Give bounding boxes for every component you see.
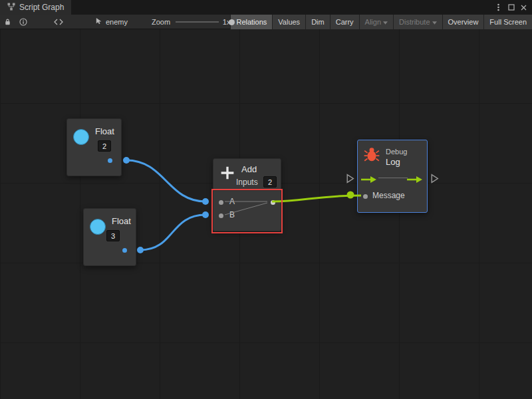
close-icon[interactable] [518,1,529,13]
relations-button[interactable]: Relations [230,15,272,29]
flow-arrow-out-icon[interactable] [407,174,423,186]
flow-output-port-triangle[interactable] [430,174,439,186]
window-controls [493,0,532,15]
flow-input-port-triangle[interactable] [346,174,354,186]
inputs-count-field[interactable]: 2 [263,176,277,188]
dim-button[interactable]: Dim [305,15,330,29]
input-port-a-label: A [229,197,235,206]
float-icon [73,129,89,145]
distribute-button[interactable]: Distribute [393,15,442,29]
full-screen-button[interactable]: Full Screen [483,15,532,29]
titlebar-spacer [71,0,493,15]
node-category: Debug [386,148,407,156]
graph-pointer-icon [95,17,102,26]
full-screen-button-label: Full Screen [489,18,527,26]
flow-relation-line [378,178,408,178]
toolbar-buttons: Relations Values Dim Carry Align Distrib… [230,15,532,29]
align-button[interactable]: Align [359,15,393,29]
graph-breadcrumb[interactable]: enemy [95,17,128,26]
graph-canvas[interactable]: Float 2 Float 3 Add Inputs 2 A B [0,29,532,399]
dropdown-arrow-icon [383,18,388,26]
input-port-message-dot[interactable] [363,194,368,199]
info-icon[interactable] [15,15,31,29]
float-value-field[interactable]: 2 [98,140,111,152]
tab-title: Script Graph [19,3,64,12]
graph-icon [7,3,15,13]
zoom-label: Zoom [152,18,170,26]
node-title: Add [241,164,257,174]
wire-add-to-log[interactable] [272,196,361,201]
dropdown-arrow-icon [432,18,437,26]
node-debug-log[interactable]: Debug Log Message [357,140,428,213]
align-button-label: Align [365,18,381,26]
node-add[interactable]: Add Inputs 2 A B [213,158,281,231]
flow-arrow-in-icon[interactable] [361,174,377,186]
graph-name: enemy [106,18,128,26]
distribute-button-label: Distribute [399,18,430,26]
code-icon[interactable] [50,15,67,29]
menu-icon[interactable] [493,1,504,13]
node-title: Float [95,126,114,136]
carry-button-label: Carry [336,18,354,26]
tab-script-graph[interactable]: Script Graph [0,0,71,15]
wire-endpoint-dot[interactable] [202,211,209,218]
float-icon [90,219,106,235]
wire-endpoint-dot[interactable] [123,157,130,164]
unity-script-graph-window: Script Graph ene [0,0,532,399]
wire-endpoint-dot[interactable] [347,192,354,199]
output-port-dot[interactable] [122,248,127,253]
plus-icon [220,166,235,183]
zoom-slider-track [176,21,219,23]
zoom-slider-knob[interactable] [229,19,235,25]
graph-toolbar: enemy Zoom 1x Relations Values Dim Carry… [0,15,532,29]
zoom-slider[interactable] [176,15,219,29]
wire-float-b-to-add[interactable] [140,215,205,250]
title-bar: Script Graph [0,0,532,15]
dim-button-label: Dim [311,18,325,26]
wire-float-a-to-add[interactable] [126,160,205,201]
output-port-sum-dot[interactable] [271,200,275,205]
bug-icon [363,146,380,166]
relations-button-label: Relations [236,18,267,26]
output-port-dot[interactable] [108,158,112,163]
node-float-b[interactable]: Float 3 [83,208,136,266]
overview-button[interactable]: Overview [442,15,484,29]
lock-icon[interactable] [0,15,15,29]
carry-button[interactable]: Carry [330,15,359,29]
input-port-b-dot[interactable] [219,213,223,218]
inputs-label: Inputs [236,178,258,187]
values-button[interactable]: Values [272,15,305,29]
node-divider [213,190,281,191]
input-port-message-label: Message [372,191,405,200]
node-title: Log [386,157,400,167]
node-float-a[interactable]: Float 2 [66,118,122,176]
values-button-label: Values [278,18,300,26]
wire-endpoint-dot[interactable] [202,198,209,205]
wire-endpoint-dot[interactable] [137,247,144,253]
overview-button-label: Overview [448,18,479,26]
node-title: Float [112,216,131,226]
input-port-a-dot[interactable] [219,200,223,205]
float-value-field[interactable]: 3 [106,230,120,241]
input-port-b-label: B [229,210,235,219]
maximize-icon[interactable] [505,1,517,13]
